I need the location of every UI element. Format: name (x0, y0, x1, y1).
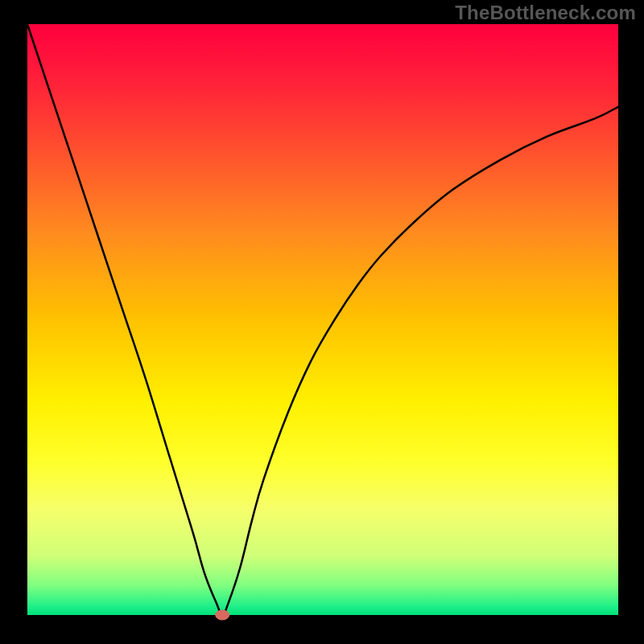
bottleneck-chart (0, 0, 644, 644)
optimum-marker (215, 610, 229, 621)
plot-background (27, 24, 618, 615)
watermark-text: TheBottleneck.com (455, 2, 636, 24)
chart-frame: { "watermark": "TheBottleneck.com", "col… (0, 0, 644, 644)
